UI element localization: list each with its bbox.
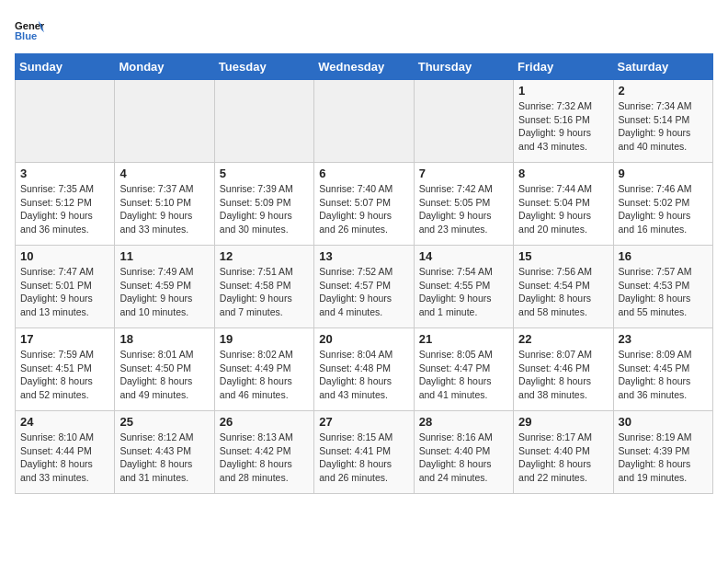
calendar-cell: 24Sunrise: 8:10 AM Sunset: 4:44 PM Dayli…: [16, 411, 115, 494]
calendar-table: SundayMondayTuesdayWednesdayThursdayFrid…: [15, 53, 713, 494]
calendar-cell: 25Sunrise: 8:12 AM Sunset: 4:43 PM Dayli…: [115, 411, 214, 494]
day-info: Sunrise: 7:46 AM Sunset: 5:02 PM Dayligh…: [619, 182, 708, 236]
weekday-header-thursday: Thursday: [414, 54, 513, 80]
weekday-header-monday: Monday: [115, 54, 214, 80]
calendar-cell: 4Sunrise: 7:37 AM Sunset: 5:10 PM Daylig…: [115, 163, 214, 246]
calendar-week-row: 3Sunrise: 7:35 AM Sunset: 5:12 PM Daylig…: [16, 163, 713, 246]
day-number: 9: [619, 167, 708, 180]
day-info: Sunrise: 7:34 AM Sunset: 5:14 PM Dayligh…: [619, 99, 708, 154]
day-number: 29: [518, 415, 608, 429]
calendar-cell: 23Sunrise: 8:09 AM Sunset: 4:45 PM Dayli…: [613, 328, 712, 411]
day-info: Sunrise: 7:47 AM Sunset: 5:01 PM Dayligh…: [20, 265, 109, 319]
day-info: Sunrise: 8:07 AM Sunset: 4:46 PM Dayligh…: [518, 348, 608, 402]
calendar-cell: 10Sunrise: 7:47 AM Sunset: 5:01 PM Dayli…: [16, 246, 115, 328]
logo: General Blue: [15, 15, 48, 44]
calendar-body: 1Sunrise: 7:32 AM Sunset: 5:16 PM Daylig…: [16, 80, 713, 494]
calendar-cell: 28Sunrise: 8:16 AM Sunset: 4:40 PM Dayli…: [414, 411, 513, 494]
day-number: 24: [20, 415, 109, 429]
weekday-header-saturday: Saturday: [613, 54, 712, 80]
day-number: 14: [419, 249, 508, 263]
day-number: 12: [220, 249, 309, 263]
day-number: 11: [119, 249, 209, 263]
calendar-cell: 20Sunrise: 8:04 AM Sunset: 4:48 PM Dayli…: [314, 328, 414, 411]
calendar-week-row: 17Sunrise: 7:59 AM Sunset: 4:51 PM Dayli…: [16, 328, 713, 411]
logo-icon: General Blue: [15, 15, 44, 44]
weekday-header-wednesday: Wednesday: [314, 54, 414, 80]
weekday-header-tuesday: Tuesday: [214, 54, 313, 80]
day-number: 7: [419, 167, 508, 180]
day-number: 30: [619, 415, 708, 429]
svg-text:General: General: [15, 20, 44, 31]
calendar-cell: 29Sunrise: 8:17 AM Sunset: 4:40 PM Dayli…: [514, 411, 613, 494]
calendar-cell: 30Sunrise: 8:19 AM Sunset: 4:39 PM Dayli…: [613, 411, 712, 494]
day-number: 25: [119, 415, 209, 429]
day-info: Sunrise: 7:44 AM Sunset: 5:04 PM Dayligh…: [518, 182, 608, 236]
day-info: Sunrise: 7:42 AM Sunset: 5:05 PM Dayligh…: [419, 182, 508, 236]
day-number: 26: [220, 415, 309, 429]
calendar-cell: 1Sunrise: 7:32 AM Sunset: 5:16 PM Daylig…: [514, 80, 613, 163]
day-info: Sunrise: 8:16 AM Sunset: 4:40 PM Dayligh…: [419, 431, 508, 485]
day-info: Sunrise: 7:56 AM Sunset: 4:54 PM Dayligh…: [518, 265, 608, 319]
calendar-cell: 6Sunrise: 7:40 AM Sunset: 5:07 PM Daylig…: [314, 163, 414, 246]
day-info: Sunrise: 8:09 AM Sunset: 4:45 PM Dayligh…: [619, 348, 708, 402]
day-number: 8: [518, 167, 608, 180]
day-info: Sunrise: 7:57 AM Sunset: 4:53 PM Dayligh…: [619, 265, 708, 319]
calendar-cell: 26Sunrise: 8:13 AM Sunset: 4:42 PM Dayli…: [214, 411, 313, 494]
calendar-cell: 15Sunrise: 7:56 AM Sunset: 4:54 PM Dayli…: [514, 246, 613, 328]
day-number: 15: [518, 249, 608, 263]
calendar-cell: 21Sunrise: 8:05 AM Sunset: 4:47 PM Dayli…: [414, 328, 513, 411]
calendar-cell: 7Sunrise: 7:42 AM Sunset: 5:05 PM Daylig…: [414, 163, 513, 246]
day-number: 2: [619, 84, 708, 98]
day-info: Sunrise: 7:51 AM Sunset: 4:58 PM Dayligh…: [220, 265, 309, 319]
day-info: Sunrise: 8:19 AM Sunset: 4:39 PM Dayligh…: [619, 431, 708, 485]
calendar-cell: 2Sunrise: 7:34 AM Sunset: 5:14 PM Daylig…: [613, 80, 712, 163]
day-info: Sunrise: 8:04 AM Sunset: 4:48 PM Dayligh…: [319, 348, 408, 402]
day-info: Sunrise: 7:59 AM Sunset: 4:51 PM Dayligh…: [20, 348, 109, 402]
day-number: 27: [319, 415, 408, 429]
svg-text:Blue: Blue: [15, 30, 37, 41]
calendar-week-row: 10Sunrise: 7:47 AM Sunset: 5:01 PM Dayli…: [16, 246, 713, 328]
weekday-header-row: SundayMondayTuesdayWednesdayThursdayFrid…: [16, 54, 713, 80]
day-number: 16: [619, 249, 708, 263]
calendar-cell: 8Sunrise: 7:44 AM Sunset: 5:04 PM Daylig…: [514, 163, 613, 246]
day-number: 23: [619, 332, 708, 346]
weekday-header-sunday: Sunday: [16, 54, 115, 80]
day-info: Sunrise: 8:02 AM Sunset: 4:49 PM Dayligh…: [220, 348, 309, 402]
day-number: 21: [419, 332, 508, 346]
calendar-cell: 27Sunrise: 8:15 AM Sunset: 4:41 PM Dayli…: [314, 411, 414, 494]
day-number: 20: [319, 332, 408, 346]
calendar-week-row: 1Sunrise: 7:32 AM Sunset: 5:16 PM Daylig…: [16, 80, 713, 163]
calendar-cell: [16, 80, 115, 163]
day-number: 28: [419, 415, 508, 429]
calendar-cell: 9Sunrise: 7:46 AM Sunset: 5:02 PM Daylig…: [613, 163, 712, 246]
day-info: Sunrise: 7:32 AM Sunset: 5:16 PM Dayligh…: [518, 99, 608, 154]
day-info: Sunrise: 8:17 AM Sunset: 4:40 PM Dayligh…: [518, 431, 608, 485]
calendar-header: SundayMondayTuesdayWednesdayThursdayFrid…: [16, 54, 713, 80]
day-info: Sunrise: 8:12 AM Sunset: 4:43 PM Dayligh…: [119, 431, 209, 485]
day-info: Sunrise: 8:05 AM Sunset: 4:47 PM Dayligh…: [419, 348, 508, 402]
calendar-cell: [214, 80, 313, 163]
page-header: General Blue: [15, 15, 713, 44]
day-info: Sunrise: 7:37 AM Sunset: 5:10 PM Dayligh…: [119, 182, 209, 236]
calendar-cell: [314, 80, 414, 163]
day-info: Sunrise: 8:15 AM Sunset: 4:41 PM Dayligh…: [319, 431, 408, 485]
day-number: 18: [119, 332, 209, 346]
day-info: Sunrise: 7:39 AM Sunset: 5:09 PM Dayligh…: [220, 182, 309, 236]
day-info: Sunrise: 7:35 AM Sunset: 5:12 PM Dayligh…: [20, 182, 109, 236]
day-number: 5: [220, 167, 309, 180]
calendar-cell: 12Sunrise: 7:51 AM Sunset: 4:58 PM Dayli…: [214, 246, 313, 328]
calendar-cell: 11Sunrise: 7:49 AM Sunset: 4:59 PM Dayli…: [115, 246, 214, 328]
weekday-header-friday: Friday: [514, 54, 613, 80]
calendar-cell: 5Sunrise: 7:39 AM Sunset: 5:09 PM Daylig…: [214, 163, 313, 246]
calendar-cell: 16Sunrise: 7:57 AM Sunset: 4:53 PM Dayli…: [613, 246, 712, 328]
calendar-cell: 18Sunrise: 8:01 AM Sunset: 4:50 PM Dayli…: [115, 328, 214, 411]
calendar-cell: [115, 80, 214, 163]
calendar-cell: 19Sunrise: 8:02 AM Sunset: 4:49 PM Dayli…: [214, 328, 313, 411]
calendar-cell: 22Sunrise: 8:07 AM Sunset: 4:46 PM Dayli…: [514, 328, 613, 411]
day-info: Sunrise: 7:54 AM Sunset: 4:55 PM Dayligh…: [419, 265, 508, 319]
day-info: Sunrise: 7:40 AM Sunset: 5:07 PM Dayligh…: [319, 182, 408, 236]
calendar-cell: 17Sunrise: 7:59 AM Sunset: 4:51 PM Dayli…: [16, 328, 115, 411]
day-info: Sunrise: 7:49 AM Sunset: 4:59 PM Dayligh…: [119, 265, 209, 319]
day-number: 10: [20, 249, 109, 263]
calendar-cell: 13Sunrise: 7:52 AM Sunset: 4:57 PM Dayli…: [314, 246, 414, 328]
